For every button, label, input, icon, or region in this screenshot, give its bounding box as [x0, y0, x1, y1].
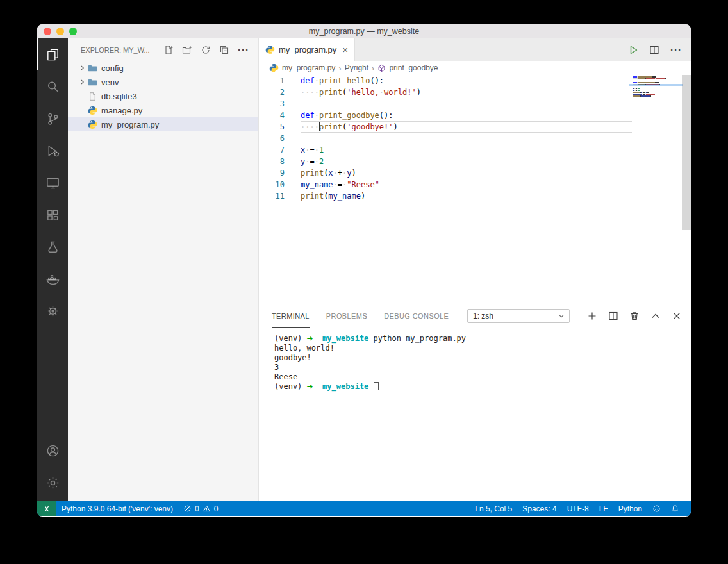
minimize-window-button[interactable]: [56, 28, 64, 35]
maximize-panel-icon[interactable]: [650, 311, 661, 321]
feedback-icon[interactable]: [647, 501, 666, 516]
testing-beaker-icon[interactable]: [37, 231, 68, 263]
tab-my-program[interactable]: my_program.py ×: [259, 38, 355, 61]
line-number: 8: [259, 156, 285, 167]
split-editor-icon[interactable]: [649, 45, 659, 55]
close-panel-icon[interactable]: [672, 311, 682, 321]
error-count: 0: [195, 504, 199, 513]
python-icon: [87, 119, 97, 129]
cursor-position-status[interactable]: Ln 5, Col 5: [470, 501, 517, 516]
terminal-line: hello, world!: [274, 344, 691, 353]
collapse-folders-icon[interactable]: [219, 45, 229, 55]
breadcrumb-file[interactable]: my_program.py: [282, 63, 335, 72]
line-number: 9: [259, 167, 285, 179]
terminal-line: Reese: [274, 372, 691, 382]
kill-terminal-icon[interactable]: [629, 311, 640, 321]
panel-header: TERMINAL PROBLEMS DEBUG CONSOLE 1: zsh: [259, 304, 691, 328]
explorer-title: EXPLORER: MY_W...: [81, 46, 163, 54]
line-number: 11: [259, 190, 285, 202]
code-line-6[interactable]: 6: [259, 133, 691, 144]
tree-item-db-sqlite3[interactable]: db.sqlite3: [68, 89, 258, 103]
folder-icon: [87, 63, 97, 73]
line-number: 3: [259, 98, 285, 110]
more-actions-icon[interactable]: ···: [238, 45, 249, 54]
tab-debug-console[interactable]: DEBUG CONSOLE: [384, 304, 449, 328]
refresh-icon[interactable]: [201, 45, 211, 55]
docker-icon[interactable]: [37, 263, 68, 295]
encoding-status[interactable]: UTF-8: [562, 501, 594, 516]
code-line-3[interactable]: 3: [259, 98, 691, 110]
split-terminal-icon[interactable]: [608, 311, 618, 321]
tab-terminal[interactable]: TERMINAL: [272, 304, 310, 328]
accounts-icon[interactable]: [37, 435, 68, 467]
notifications-bell-icon[interactable]: [666, 501, 684, 516]
new-folder-icon[interactable]: [182, 45, 192, 55]
code-line-5[interactable]: 5····print('goodbye!'): [259, 121, 691, 133]
minimap[interactable]: [633, 76, 682, 97]
search-icon[interactable]: [37, 70, 68, 103]
chevron-down-icon: [557, 311, 566, 320]
terminal-line: 3: [274, 363, 691, 372]
new-file-icon[interactable]: [163, 45, 174, 55]
terminal-body[interactable]: (venv) ➜ my_website python my_program.py…: [259, 328, 691, 501]
editor-group: my_program.py × ··· my_program.py › Pyri…: [258, 38, 691, 501]
terminal-line: goodbye!: [274, 353, 691, 363]
tree-item-label: config: [101, 63, 124, 73]
code-line-8[interactable]: 8y·=·2: [259, 156, 691, 167]
code-line-2[interactable]: 2····print('hello,·world!'): [259, 87, 691, 98]
line-number: 6: [259, 133, 285, 144]
code-line-7[interactable]: 7x·=·1: [259, 144, 691, 156]
remote-indicator[interactable]: [37, 501, 56, 516]
run-and-debug-icon[interactable]: [37, 135, 68, 167]
breadcrumb-pyright[interactable]: Pyright: [345, 63, 368, 72]
chevron-right-icon[interactable]: [77, 77, 87, 87]
minimap-active-line: [629, 84, 683, 86]
error-icon: [183, 504, 192, 513]
code-editor[interactable]: 1def·print_hello():2····print('hello,·wo…: [259, 75, 691, 304]
python-interpreter-status[interactable]: Python 3.9.0 64-bit ('venv': venv): [56, 501, 178, 516]
code-line-1[interactable]: 1def·print_hello():: [259, 75, 691, 87]
problems-status[interactable]: 0 0: [178, 501, 223, 516]
plugin-gear-icon[interactable]: [37, 295, 68, 327]
warning-icon: [203, 504, 211, 513]
python-file-icon: [265, 45, 275, 54]
chevron-right-icon[interactable]: [77, 63, 87, 73]
code-line-11[interactable]: 11print(my_name): [259, 190, 691, 202]
source-control-icon[interactable]: [37, 103, 68, 135]
folder-icon: [87, 77, 97, 87]
code-line-4[interactable]: 4def·print_goodbye():: [259, 110, 691, 121]
editor-more-actions-icon[interactable]: ···: [670, 45, 682, 54]
code-line-9[interactable]: 9print(x·+·y): [259, 167, 691, 179]
editor-scrollbar[interactable]: [682, 75, 691, 230]
close-tab-icon[interactable]: ×: [342, 45, 348, 54]
tree-item-config[interactable]: config: [68, 61, 258, 75]
tab-problems[interactable]: PROBLEMS: [326, 304, 367, 328]
title-bar: my_program.py — my_website: [37, 24, 691, 38]
explorer-icon[interactable]: [37, 38, 68, 70]
line-number: 2: [259, 87, 285, 98]
terminal-line: (venv) ➜ my_website python my_program.py: [274, 334, 691, 344]
tree-item-venv[interactable]: venv: [68, 75, 258, 89]
language-mode-status[interactable]: Python: [613, 501, 647, 516]
traffic-lights: [44, 28, 77, 35]
file-tree: configvenvdb.sqlite3manage.pymy_program.…: [68, 61, 258, 501]
run-button[interactable]: [628, 45, 638, 55]
remote-explorer-icon[interactable]: [37, 167, 68, 199]
breadcrumb: my_program.py › Pyright › print_goodbye: [259, 61, 691, 75]
explorer-header: EXPLORER: MY_W... ···: [68, 38, 258, 61]
tree-indent: [77, 105, 87, 115]
zoom-window-button[interactable]: [69, 28, 77, 35]
eol-status[interactable]: LF: [594, 501, 613, 516]
indentation-status[interactable]: Spaces: 4: [517, 501, 561, 516]
close-window-button[interactable]: [44, 28, 51, 35]
tab-label: my_program.py: [279, 45, 336, 54]
tree-item-my-program-py[interactable]: my_program.py: [68, 117, 258, 131]
terminal-picker[interactable]: 1: zsh: [467, 309, 570, 323]
settings-gear-icon[interactable]: [37, 467, 68, 499]
extensions-icon[interactable]: [37, 199, 68, 231]
breadcrumb-symbol[interactable]: print_goodbye: [389, 63, 438, 72]
window-title: my_program.py — my_website: [37, 27, 691, 36]
new-terminal-icon[interactable]: [587, 311, 597, 321]
tree-item-manage-py[interactable]: manage.py: [68, 103, 258, 117]
code-line-10[interactable]: 10my_name·=·"Reese": [259, 179, 691, 190]
